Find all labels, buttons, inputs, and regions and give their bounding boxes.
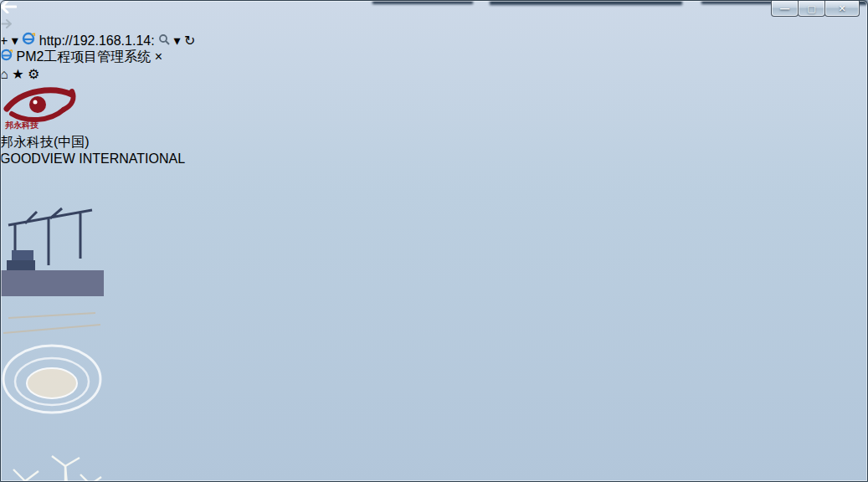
- address-bar[interactable]: + ▾ http://192.168.1.14: ▾ ↻: [0, 32, 868, 49]
- forward-button[interactable]: [0, 17, 868, 32]
- favorites-star-icon[interactable]: ★: [12, 67, 23, 81]
- photo-train-station: [0, 300, 868, 433]
- arrow-right-icon: [0, 19, 12, 28]
- arrow-left-icon: [0, 0, 17, 13]
- eye-logo-icon: 邦永科技: [0, 82, 79, 131]
- refresh-icon[interactable]: ↻: [184, 33, 195, 48]
- settings-gear-icon[interactable]: ⚙: [28, 67, 39, 81]
- glass-reflection: [701, 0, 773, 4]
- ie-favicon-icon: [0, 49, 13, 61]
- company-name-en: GOODVIEW INTERNATIONAL: [0, 151, 868, 167]
- ie-browser-window: { "browser": { "url": "http://192.168.1.…: [0, 0, 868, 482]
- maximize-button[interactable]: ▢: [798, 1, 825, 17]
- photo-port-cranes: [0, 167, 868, 300]
- tab-pm2-system[interactable]: PM2工程项目管理系统 ×: [0, 49, 868, 66]
- ie-logo-icon: [22, 32, 35, 45]
- url-text[interactable]: http://192.168.1.14:: [39, 33, 155, 48]
- company-name-cn: 邦永科技(中国): [0, 134, 868, 151]
- login-page: 邦永科技 邦永科技(中国) GOODVIEW INTERNATIONAL: [0, 82, 868, 482]
- search-dropdown-caret-icon[interactable]: ▾: [174, 33, 181, 48]
- photo-wind-turbines: [0, 433, 868, 482]
- logo-mark-text: 邦永科技: [4, 120, 39, 130]
- glass-reflection: [372, 0, 473, 4]
- tab-title: PM2工程项目管理系统: [16, 49, 151, 64]
- minimize-button[interactable]: —: [771, 1, 799, 17]
- company-logo: 邦永科技: [0, 82, 868, 134]
- home-icon[interactable]: ⌂: [0, 67, 8, 81]
- search-icon[interactable]: [158, 33, 170, 45]
- close-icon: ✕: [838, 3, 845, 13]
- compat-dropdown-caret-icon[interactable]: ▾: [12, 33, 18, 48]
- compatibility-view-icon[interactable]: +: [0, 33, 8, 48]
- glass-reflection: [490, 0, 682, 5]
- close-button[interactable]: ✕: [824, 1, 860, 17]
- tab-close-icon[interactable]: ×: [155, 49, 162, 64]
- maximize-icon: ▢: [807, 3, 815, 13]
- minimize-icon: —: [780, 3, 789, 13]
